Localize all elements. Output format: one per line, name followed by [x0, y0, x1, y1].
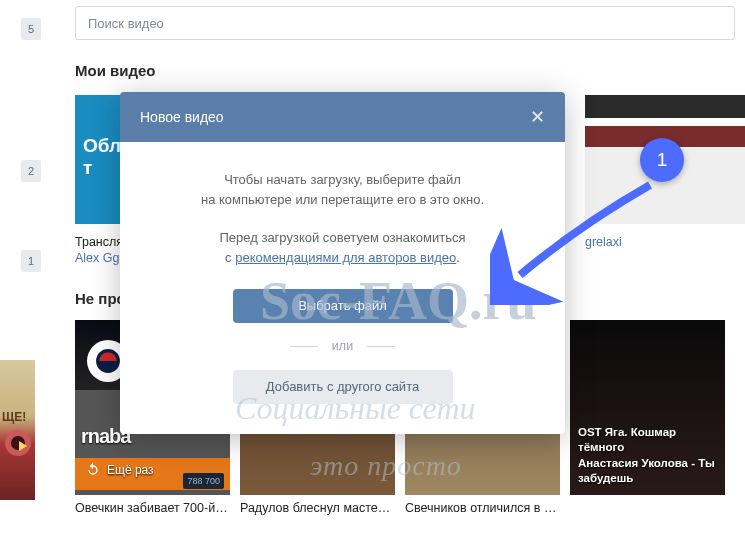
- modal-text: Чтобы начать загрузку, выберите файл: [145, 170, 540, 190]
- replay-icon: [85, 462, 101, 478]
- video-title[interactable]: Радулов блеснул мастерс…: [240, 501, 395, 517]
- annotation-arrow-icon: [490, 165, 670, 305]
- left-ad-text: ЩЕ!: [0, 360, 35, 426]
- search-input[interactable]: Поиск видео: [75, 6, 735, 40]
- search-placeholder: Поиск видео: [88, 16, 164, 31]
- section-title-my-videos: Мои видео: [75, 62, 745, 79]
- modal-header: Новое видео ✕: [120, 92, 565, 142]
- modal-text: на компьютере или перетащите его в это о…: [145, 190, 540, 210]
- close-icon[interactable]: ✕: [530, 108, 545, 126]
- video-title[interactable]: Свечников отличился в ОТ: [405, 501, 560, 517]
- overlay-caption: OST Яга. Кошмар тёмного Анастасия Уколов…: [578, 425, 717, 487]
- counter-badge: 5: [21, 18, 41, 40]
- add-from-site-button[interactable]: Добавить с другого сайта: [233, 370, 453, 404]
- separator-or: или: [145, 337, 540, 356]
- play-disc-icon: [5, 430, 31, 456]
- recommendations-link[interactable]: рекомендациями для авторов видео: [235, 250, 456, 265]
- video-thumbnail[interactable]: OST Яга. Кошмар тёмного Анастасия Уколов…: [570, 320, 725, 495]
- replay-label: Ещё раз: [107, 463, 154, 477]
- left-ad-strip: ЩЕ!: [0, 360, 35, 500]
- counter-badge: 1: [21, 250, 41, 272]
- replay-button[interactable]: Ещё раз: [85, 462, 154, 478]
- stat-box: 788 700: [183, 473, 224, 489]
- modal-text: Перед загрузкой советуем ознакомиться: [145, 228, 540, 248]
- modal-title: Новое видео: [140, 109, 224, 125]
- modal-text: с рекомендациями для авторов видео.: [145, 248, 540, 268]
- counter-badge: 2: [21, 160, 41, 182]
- video-card[interactable]: OST Яга. Кошмар тёмного Анастасия Уколов…: [570, 320, 725, 519]
- video-title[interactable]: Овечкин забивает 700-й г…: [75, 501, 230, 517]
- choose-file-button[interactable]: Выбрать файл: [233, 289, 453, 323]
